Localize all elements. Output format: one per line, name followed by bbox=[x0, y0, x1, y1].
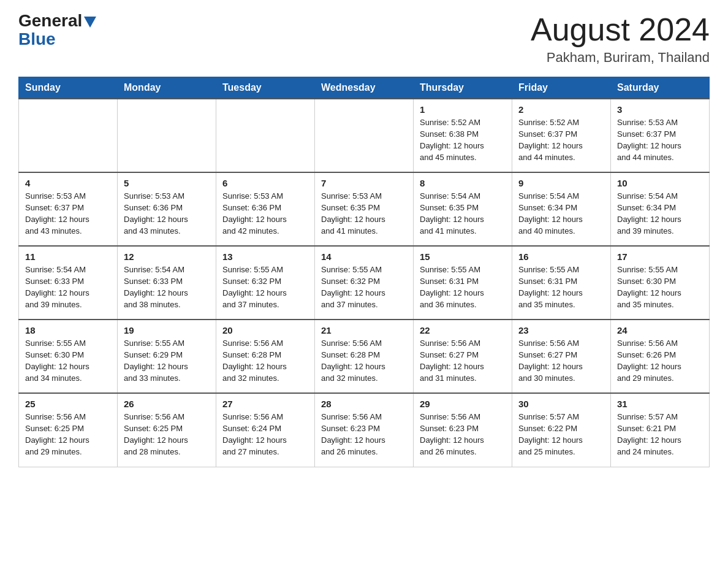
day-info: Sunrise: 5:54 AM Sunset: 6:33 PM Dayligh… bbox=[25, 264, 111, 310]
calendar-cell: 26Sunrise: 5:56 AM Sunset: 6:25 PM Dayli… bbox=[118, 393, 216, 467]
day-info: Sunrise: 5:57 AM Sunset: 6:22 PM Dayligh… bbox=[518, 412, 604, 458]
calendar-cell: 25Sunrise: 5:56 AM Sunset: 6:25 PM Dayli… bbox=[19, 393, 118, 467]
calendar-cell: 27Sunrise: 5:56 AM Sunset: 6:24 PM Dayli… bbox=[216, 393, 315, 467]
day-number: 26 bbox=[124, 399, 210, 409]
calendar-cell: 2Sunrise: 5:52 AM Sunset: 6:37 PM Daylig… bbox=[512, 99, 611, 172]
day-number: 31 bbox=[617, 399, 703, 409]
day-number: 9 bbox=[518, 178, 604, 188]
calendar-cell: 15Sunrise: 5:55 AM Sunset: 6:31 PM Dayli… bbox=[414, 246, 512, 320]
week-row-5: 25Sunrise: 5:56 AM Sunset: 6:25 PM Dayli… bbox=[19, 393, 710, 467]
day-info: Sunrise: 5:56 AM Sunset: 6:25 PM Dayligh… bbox=[124, 412, 210, 458]
day-header-friday: Friday bbox=[512, 77, 611, 99]
day-info: Sunrise: 5:56 AM Sunset: 6:24 PM Dayligh… bbox=[222, 412, 308, 458]
week-row-4: 18Sunrise: 5:55 AM Sunset: 6:30 PM Dayli… bbox=[19, 320, 710, 393]
day-info: Sunrise: 5:55 AM Sunset: 6:32 PM Dayligh… bbox=[222, 264, 308, 310]
day-info: Sunrise: 5:56 AM Sunset: 6:26 PM Dayligh… bbox=[617, 338, 703, 384]
day-number: 11 bbox=[25, 251, 111, 262]
logo-general-text: General bbox=[18, 12, 82, 29]
day-header-saturday: Saturday bbox=[611, 77, 710, 99]
calendar-cell: 28Sunrise: 5:56 AM Sunset: 6:23 PM Dayli… bbox=[315, 393, 414, 467]
day-info: Sunrise: 5:53 AM Sunset: 6:37 PM Dayligh… bbox=[617, 117, 703, 163]
calendar-cell: 31Sunrise: 5:57 AM Sunset: 6:21 PM Dayli… bbox=[611, 393, 710, 467]
week-row-1: 1Sunrise: 5:52 AM Sunset: 6:38 PM Daylig… bbox=[19, 99, 710, 172]
day-info: Sunrise: 5:56 AM Sunset: 6:28 PM Dayligh… bbox=[222, 338, 308, 384]
page-header: General Blue August 2024 Pakham, Buriram… bbox=[18, 12, 710, 66]
day-number: 16 bbox=[518, 251, 604, 262]
day-header-sunday: Sunday bbox=[19, 77, 118, 99]
day-number: 1 bbox=[420, 104, 506, 115]
calendar-cell: 24Sunrise: 5:56 AM Sunset: 6:26 PM Dayli… bbox=[611, 320, 710, 393]
calendar-cell: 1Sunrise: 5:52 AM Sunset: 6:38 PM Daylig… bbox=[414, 99, 512, 172]
day-number: 20 bbox=[222, 325, 308, 335]
calendar-cell bbox=[216, 99, 315, 172]
day-number: 19 bbox=[124, 325, 210, 335]
calendar-cell: 17Sunrise: 5:55 AM Sunset: 6:30 PM Dayli… bbox=[611, 246, 710, 320]
day-number: 21 bbox=[321, 325, 407, 335]
calendar-cell: 12Sunrise: 5:54 AM Sunset: 6:33 PM Dayli… bbox=[118, 246, 216, 320]
day-number: 22 bbox=[420, 325, 506, 335]
logo: General Blue bbox=[18, 12, 96, 49]
day-info: Sunrise: 5:55 AM Sunset: 6:32 PM Dayligh… bbox=[321, 264, 407, 310]
logo-blue-text: Blue bbox=[18, 29, 56, 49]
calendar-location: Pakham, Buriram, Thailand bbox=[531, 50, 710, 66]
calendar-cell: 13Sunrise: 5:55 AM Sunset: 6:32 PM Dayli… bbox=[216, 246, 315, 320]
day-number: 4 bbox=[25, 178, 111, 188]
day-number: 13 bbox=[222, 251, 308, 262]
calendar-cell: 22Sunrise: 5:56 AM Sunset: 6:27 PM Dayli… bbox=[414, 320, 512, 393]
day-header-monday: Monday bbox=[118, 77, 216, 99]
calendar-table: SundayMondayTuesdayWednesdayThursdayFrid… bbox=[18, 77, 710, 467]
calendar-cell: 6Sunrise: 5:53 AM Sunset: 6:36 PM Daylig… bbox=[216, 172, 315, 246]
day-number: 30 bbox=[518, 399, 604, 409]
day-number: 6 bbox=[222, 178, 308, 188]
calendar-cell: 11Sunrise: 5:54 AM Sunset: 6:33 PM Dayli… bbox=[19, 246, 118, 320]
day-number: 28 bbox=[321, 399, 407, 409]
day-number: 2 bbox=[518, 104, 604, 115]
day-info: Sunrise: 5:53 AM Sunset: 6:36 PM Dayligh… bbox=[222, 191, 308, 237]
calendar-cell: 14Sunrise: 5:55 AM Sunset: 6:32 PM Dayli… bbox=[315, 246, 414, 320]
day-header-thursday: Thursday bbox=[414, 77, 512, 99]
day-number: 7 bbox=[321, 178, 407, 188]
day-info: Sunrise: 5:53 AM Sunset: 6:36 PM Dayligh… bbox=[124, 191, 210, 237]
day-number: 25 bbox=[25, 399, 111, 409]
week-row-2: 4Sunrise: 5:53 AM Sunset: 6:37 PM Daylig… bbox=[19, 172, 710, 246]
day-number: 27 bbox=[222, 399, 308, 409]
day-number: 18 bbox=[25, 325, 111, 335]
calendar-cell: 4Sunrise: 5:53 AM Sunset: 6:37 PM Daylig… bbox=[19, 172, 118, 246]
day-number: 23 bbox=[518, 325, 604, 335]
calendar-cell: 29Sunrise: 5:56 AM Sunset: 6:23 PM Dayli… bbox=[414, 393, 512, 467]
day-info: Sunrise: 5:56 AM Sunset: 6:28 PM Dayligh… bbox=[321, 338, 407, 384]
day-number: 14 bbox=[321, 251, 407, 262]
day-info: Sunrise: 5:54 AM Sunset: 6:34 PM Dayligh… bbox=[617, 191, 703, 237]
day-info: Sunrise: 5:52 AM Sunset: 6:37 PM Dayligh… bbox=[518, 117, 604, 163]
day-number: 5 bbox=[124, 178, 210, 188]
day-number: 29 bbox=[420, 399, 506, 409]
calendar-cell: 18Sunrise: 5:55 AM Sunset: 6:30 PM Dayli… bbox=[19, 320, 118, 393]
day-info: Sunrise: 5:55 AM Sunset: 6:30 PM Dayligh… bbox=[25, 338, 111, 384]
day-info: Sunrise: 5:55 AM Sunset: 6:31 PM Dayligh… bbox=[518, 264, 604, 310]
day-number: 8 bbox=[420, 178, 506, 188]
calendar-cell: 8Sunrise: 5:54 AM Sunset: 6:35 PM Daylig… bbox=[414, 172, 512, 246]
day-info: Sunrise: 5:56 AM Sunset: 6:27 PM Dayligh… bbox=[518, 338, 604, 384]
calendar-cell: 10Sunrise: 5:54 AM Sunset: 6:34 PM Dayli… bbox=[611, 172, 710, 246]
day-info: Sunrise: 5:55 AM Sunset: 6:31 PM Dayligh… bbox=[420, 264, 506, 310]
day-number: 12 bbox=[124, 251, 210, 262]
day-info: Sunrise: 5:56 AM Sunset: 6:23 PM Dayligh… bbox=[420, 412, 506, 458]
day-header-wednesday: Wednesday bbox=[315, 77, 414, 99]
logo-arrow-icon bbox=[83, 14, 96, 28]
week-row-3: 11Sunrise: 5:54 AM Sunset: 6:33 PM Dayli… bbox=[19, 246, 710, 320]
calendar-cell: 7Sunrise: 5:53 AM Sunset: 6:35 PM Daylig… bbox=[315, 172, 414, 246]
day-info: Sunrise: 5:55 AM Sunset: 6:29 PM Dayligh… bbox=[124, 338, 210, 384]
day-info: Sunrise: 5:52 AM Sunset: 6:38 PM Dayligh… bbox=[420, 117, 506, 163]
day-info: Sunrise: 5:54 AM Sunset: 6:33 PM Dayligh… bbox=[124, 264, 210, 310]
calendar-title: August 2024 bbox=[531, 12, 710, 47]
day-number: 3 bbox=[617, 104, 703, 115]
day-number: 15 bbox=[420, 251, 506, 262]
calendar-cell bbox=[315, 99, 414, 172]
title-block: August 2024 Pakham, Buriram, Thailand bbox=[531, 12, 710, 66]
day-info: Sunrise: 5:53 AM Sunset: 6:37 PM Dayligh… bbox=[25, 191, 111, 237]
day-header-tuesday: Tuesday bbox=[216, 77, 315, 99]
calendar-cell: 16Sunrise: 5:55 AM Sunset: 6:31 PM Dayli… bbox=[512, 246, 611, 320]
calendar-cell: 20Sunrise: 5:56 AM Sunset: 6:28 PM Dayli… bbox=[216, 320, 315, 393]
calendar-cell: 9Sunrise: 5:54 AM Sunset: 6:34 PM Daylig… bbox=[512, 172, 611, 246]
days-of-week-row: SundayMondayTuesdayWednesdayThursdayFrid… bbox=[19, 77, 710, 99]
